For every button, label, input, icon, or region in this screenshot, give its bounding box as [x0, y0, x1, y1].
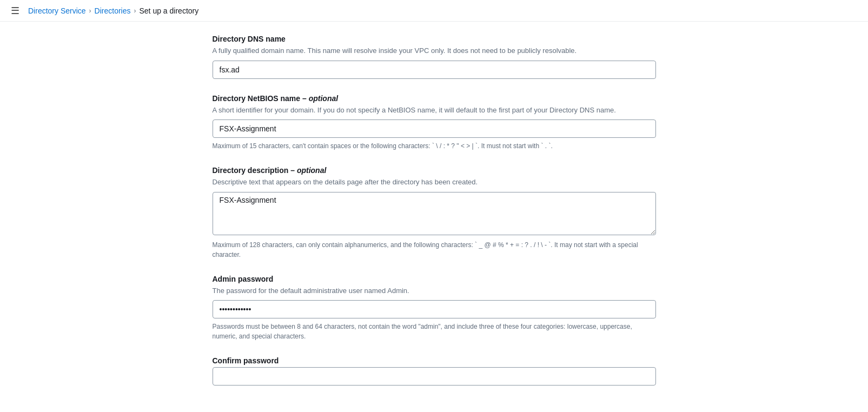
- admin-password-hint: Passwords must be between 8 and 64 chara…: [213, 322, 656, 341]
- breadcrumb-separator-1: ›: [89, 7, 91, 15]
- confirm-password-section: Confirm password: [213, 356, 656, 386]
- admin-password-label: Admin password: [213, 275, 656, 283]
- description-section: Directory description – optional Descrip…: [213, 166, 656, 260]
- dns-name-section: Directory DNS name A fully qualified dom…: [213, 35, 656, 79]
- page-header: ☰ Directory Service › Directories › Set …: [0, 0, 868, 22]
- netbios-name-hint: Maximum of 15 characters, can't contain …: [213, 141, 656, 151]
- admin-password-description: The password for the default administrat…: [213, 285, 656, 296]
- breadcrumb-directory-service[interactable]: Directory Service: [28, 6, 86, 15]
- netbios-name-description: A short identifier for your domain. If y…: [213, 105, 656, 116]
- confirm-password-input[interactable]: [213, 367, 656, 386]
- netbios-name-label: Directory NetBIOS name – optional: [213, 94, 656, 103]
- netbios-name-section: Directory NetBIOS name – optional A shor…: [213, 94, 656, 151]
- description-label: Directory description – optional: [213, 166, 656, 175]
- breadcrumb-directories[interactable]: Directories: [95, 6, 131, 15]
- admin-password-input[interactable]: [213, 300, 656, 318]
- main-content: Directory DNS name A fully qualified dom…: [191, 22, 678, 412]
- dns-name-label: Directory DNS name: [213, 35, 656, 43]
- breadcrumb-separator-2: ›: [134, 7, 136, 15]
- breadcrumb-current: Set up a directory: [140, 6, 199, 15]
- dns-name-description: A fully qualified domain name. This name…: [213, 45, 656, 56]
- admin-password-section: Admin password The password for the defa…: [213, 275, 656, 342]
- breadcrumb: Directory Service › Directories › Set up…: [28, 6, 198, 15]
- netbios-name-input[interactable]: [213, 119, 656, 138]
- description-hint: Maximum of 128 characters, can only cont…: [213, 240, 656, 260]
- description-description: Descriptive text that appears on the det…: [213, 177, 656, 188]
- confirm-password-label: Confirm password: [213, 356, 656, 365]
- dns-name-input[interactable]: [213, 61, 656, 79]
- description-input[interactable]: FSX-Assignment: [213, 192, 656, 235]
- menu-icon[interactable]: ☰: [11, 5, 19, 17]
